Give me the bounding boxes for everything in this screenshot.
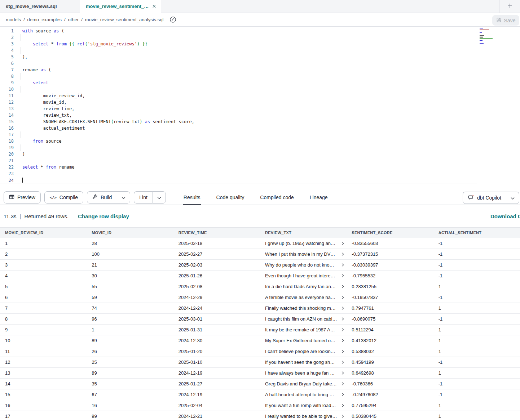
build-dropdown-button[interactable] <box>117 191 130 204</box>
code-line: 2 <box>0 34 520 41</box>
line-number: 14 <box>0 112 14 119</box>
expand-row-icon[interactable] <box>341 403 345 407</box>
code-editor[interactable]: 1with source as (23 select * from {{ ref… <box>0 27 520 190</box>
cell-sentiment-score: -0.83039397 <box>347 262 433 268</box>
breadcrumb-segment[interactable]: other <box>68 17 79 22</box>
file-header-row: models / demo_examples / other / movie_r… <box>0 13 520 27</box>
cell-value: 13 <box>5 370 10 376</box>
expand-row-icon[interactable] <box>341 295 345 299</box>
cell-value: 0.41382012 <box>352 338 376 343</box>
cell-value: -1 <box>439 359 443 365</box>
editor-minimap[interactable] <box>480 28 505 45</box>
cell-value: I can't believe people are looking for a… <box>265 349 337 354</box>
breadcrumb-separator: / <box>64 17 66 22</box>
cell-review-time: 2025-01-20 <box>173 349 260 354</box>
expand-row-icon[interactable] <box>341 285 345 289</box>
copilot-dropdown-button[interactable] <box>506 192 519 204</box>
tab-code-quality[interactable]: Code quality <box>216 190 245 205</box>
cell-value: 0.7947761 <box>352 305 374 311</box>
code-text: ), <box>14 54 27 60</box>
cell-review-time: 2024-12-30 <box>173 338 260 343</box>
table-row: 1282025-02-18I grew up (b. 1965) watchin… <box>0 238 520 249</box>
preview-label: Preview <box>17 195 35 200</box>
breadcrumb-segment[interactable]: models <box>6 17 21 22</box>
tab-stg-movie-reviews[interactable]: stg_movie_reviews.sql <box>0 0 80 13</box>
cell-value: 10 <box>5 338 10 343</box>
compile-button[interactable]: </> Compile <box>44 191 83 204</box>
expand-row-icon[interactable] <box>341 263 345 267</box>
cell-movie-id: 30 <box>87 273 173 278</box>
cell-movie-id: 35 <box>87 381 173 387</box>
code-text: actual_sentiment <box>14 125 85 131</box>
copilot-split-button: dbt Copilot <box>463 192 519 204</box>
expand-row-icon[interactable] <box>341 349 345 353</box>
expand-row-icon[interactable] <box>341 371 345 375</box>
expand-row-icon[interactable] <box>341 274 345 278</box>
new-tab-button[interactable] <box>499 0 520 13</box>
line-number: 11 <box>0 93 14 99</box>
cell-actual-sentiment: 1 <box>433 284 520 289</box>
lint-button[interactable]: Lint <box>134 191 153 204</box>
cell-value: 2025-02-27 <box>179 251 203 257</box>
expand-row-icon[interactable] <box>341 414 345 418</box>
breadcrumb-separator: / <box>23 17 25 22</box>
line-number: 15 <box>0 119 14 125</box>
cell-value: -1 <box>439 273 443 278</box>
cell-value: 25 <box>92 359 97 365</box>
expand-row-icon[interactable] <box>341 252 345 256</box>
plus-icon <box>507 3 513 10</box>
cell-value: 0.77595294 <box>352 403 376 408</box>
cell-value: 9 <box>5 327 8 332</box>
breadcrumb-segment[interactable]: demo_examples <box>27 17 62 22</box>
tab-compiled-code[interactable]: Compiled code <box>259 190 294 205</box>
cell-movie-review-id: 15 <box>0 392 87 397</box>
cell-review-time: 2025-02-27 <box>173 251 260 257</box>
line-number: 12 <box>0 99 14 106</box>
cell-review-txt: If you want a fun romp with loads of s… <box>260 403 347 408</box>
cell-sentiment-score: 0.5112294 <box>347 327 433 332</box>
cell-movie-id: 26 <box>87 349 173 354</box>
expand-row-icon[interactable] <box>341 339 345 343</box>
code-line: 7rename as ( <box>0 67 520 73</box>
cell-movie-review-id: 14 <box>0 381 87 387</box>
compass-circle-icon[interactable] <box>169 16 176 23</box>
code-text <box>14 144 22 151</box>
expand-row-icon[interactable] <box>341 306 345 310</box>
build-button[interactable]: Build <box>87 191 117 204</box>
tab-results[interactable]: Results <box>183 190 201 205</box>
expand-row-icon[interactable] <box>341 393 345 397</box>
cell-value: 99 <box>92 414 97 419</box>
cell-sentiment-score: 0.41382012 <box>347 338 433 343</box>
expand-row-icon[interactable] <box>341 241 345 245</box>
line-number: 3 <box>0 41 14 47</box>
cell-sentiment-score: 0.4594199 <box>347 359 433 365</box>
expand-row-icon[interactable] <box>341 328 345 332</box>
code-text: select * from {{ ref('stg_movie_reviews'… <box>14 41 147 47</box>
tab-lineage[interactable]: Lineage <box>309 190 329 205</box>
lint-dropdown-button[interactable] <box>153 191 166 204</box>
cell-value: -0.19507837 <box>352 295 378 300</box>
expand-row-icon[interactable] <box>341 382 345 386</box>
preview-button[interactable]: Preview <box>4 191 41 204</box>
cell-value: If you haven't seen the gong show TV s… <box>265 359 337 365</box>
column-header: SENTIMENT_SCORE <box>347 231 433 235</box>
table-row: 7742024-12-24Finally watched this shocki… <box>0 303 520 314</box>
change-row-display-link[interactable]: Change row display <box>78 213 129 219</box>
code-text <box>14 157 22 164</box>
cell-movie-id: 89 <box>87 338 173 343</box>
column-header: ACTUAL_SENTIMENT <box>433 231 520 235</box>
code-line: 24 <box>0 177 477 183</box>
tab-movie-review-sentiment[interactable]: movie_review_sentiment_… <box>80 0 161 13</box>
dbt-copilot-button[interactable]: dbt Copilot <box>463 192 506 204</box>
line-number: 16 <box>0 125 14 131</box>
cell-value: If you want a fun romp with loads of s… <box>265 403 337 408</box>
column-header: MOVIE_ID <box>87 231 173 235</box>
expand-row-icon[interactable] <box>341 360 345 364</box>
download-csv-link[interactable]: Download CSV <box>490 213 520 219</box>
expand-row-icon[interactable] <box>341 317 345 321</box>
save-button[interactable]: Save <box>492 15 519 26</box>
cell-actual-sentiment: 1 <box>433 338 520 343</box>
code-editor-lines: 1with source as (23 select * from {{ ref… <box>0 28 520 183</box>
close-tab-icon[interactable] <box>152 4 156 8</box>
cell-value: 2024-12-30 <box>179 338 203 343</box>
